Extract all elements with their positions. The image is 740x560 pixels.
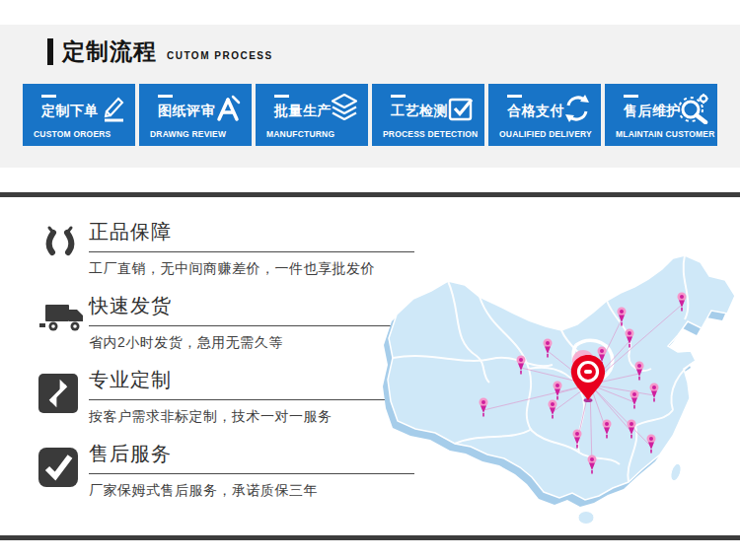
checkbox-check-icon bbox=[445, 93, 477, 124]
china-distribution-map bbox=[383, 252, 740, 535]
dash-decoration bbox=[41, 95, 56, 98]
guarantee-title: 售后服务 bbox=[89, 441, 414, 474]
dash-decoration bbox=[624, 95, 638, 98]
layers-icon bbox=[329, 93, 360, 124]
guarantee-title: 正品保障 bbox=[89, 219, 414, 252]
step-label-cn: 工艺检测 bbox=[391, 103, 448, 120]
guarantee-desc: 厂家保姆式售后服务，承诺质保三年 bbox=[89, 482, 432, 500]
gear-wrench-icon bbox=[678, 93, 709, 124]
process-step-drawing-review: 图纸评审 DRAWNG REVIEW bbox=[139, 84, 252, 146]
process-step-custom-orders: 定制下单 CUSTOM OROERS bbox=[23, 84, 135, 146]
resize-arrow-icon bbox=[37, 367, 89, 441]
dash-decoration bbox=[507, 95, 522, 98]
dash-decoration bbox=[158, 95, 173, 98]
guarantee-desc: 工厂直销，无中间商赚差价，一件也享批发价 bbox=[89, 260, 432, 278]
drafting-tools-icon bbox=[212, 93, 244, 124]
dash-decoration bbox=[274, 95, 289, 98]
guarantee-text: 售后服务 厂家保姆式售后服务，承诺质保三年 bbox=[89, 441, 432, 515]
process-step-qualified-delivery: 合格支付 OUALIFIED DELIVERY bbox=[488, 84, 601, 146]
process-steps: 定制下单 CUSTOM OROERS 图纸评审 bbox=[23, 84, 717, 146]
step-label-en: MLAINTAIN CUSTOMER bbox=[616, 129, 715, 139]
step-label-en: MANUFCTURNG bbox=[266, 129, 334, 139]
guarantee-text: 正品保障 工厂直销，无中间商赚差价，一件也享批发价 bbox=[89, 219, 432, 293]
section-divider-top bbox=[0, 192, 740, 197]
step-label-en: PROCESS DETECTION bbox=[383, 129, 478, 139]
step-label-en: CUSTOM OROERS bbox=[34, 129, 111, 139]
guarantee-after-sales: 售后服务 厂家保姆式售后服务，承诺质保三年 bbox=[37, 441, 432, 515]
guarantee-fast-shipping: 快速发货 省内2小时发货，急用无需久等 bbox=[37, 293, 432, 367]
pencil-icon bbox=[96, 93, 127, 124]
section-title-en: CUTOM PROCESS bbox=[167, 50, 273, 61]
step-label-en: DRAWNG REVIEW bbox=[150, 129, 226, 139]
step-label-cn: 图纸评审 bbox=[158, 103, 215, 120]
guarantee-text: 专业定制 按客户需求非标定制，技术一对一服务 bbox=[89, 367, 432, 441]
step-label-cn: 定制下单 bbox=[41, 103, 99, 120]
guarantee-custom: 专业定制 按客户需求非标定制，技术一对一服务 bbox=[37, 367, 432, 441]
step-label-cn: 售后维护 bbox=[624, 103, 681, 120]
section-header: 定制流程 CUTOM PROCESS bbox=[47, 38, 273, 65]
custom-process-page: 定制流程 CUTOM PROCESS 定制下单 CUSTOM OROERS 图 bbox=[0, 0, 740, 560]
step-label-cn: 批量生产 bbox=[274, 103, 332, 120]
hands-icon bbox=[37, 219, 89, 293]
process-step-manufacturing: 批量生产 MANUFCTURNG bbox=[256, 84, 368, 146]
title-accent-bar bbox=[47, 38, 53, 65]
map-taiwan bbox=[669, 462, 683, 482]
china-map-svg bbox=[383, 252, 740, 535]
dash-decoration bbox=[391, 95, 406, 98]
guarantee-text: 快速发货 省内2小时发货，急用无需久等 bbox=[89, 293, 432, 367]
section-divider-bottom bbox=[0, 535, 740, 540]
section-title-cn: 定制流程 bbox=[62, 38, 157, 65]
process-section: 定制流程 CUTOM PROCESS 定制下单 CUSTOM OROERS 图 bbox=[0, 25, 740, 168]
guarantee-title: 快速发货 bbox=[89, 293, 414, 326]
guarantee-desc: 按客户需求非标定制，技术一对一服务 bbox=[89, 408, 432, 426]
process-step-process-detection: 工艺检测 PROCESS DETECTION bbox=[372, 84, 484, 146]
step-label-en: OUALIFIED DELIVERY bbox=[499, 129, 592, 139]
guarantee-genuine: 正品保障 工厂直销，无中间商赚差价，一件也享批发价 bbox=[37, 219, 432, 293]
map-hainan bbox=[578, 512, 594, 525]
refresh-arrows-icon bbox=[561, 93, 593, 124]
guarantee-title: 专业定制 bbox=[89, 367, 414, 400]
process-step-maintain-customer: 售后维护 MLAINTAIN CUSTOMER bbox=[605, 84, 717, 146]
guarantee-desc: 省内2小时发货，急用无需久等 bbox=[89, 334, 432, 352]
step-label-cn: 合格支付 bbox=[507, 103, 564, 120]
truck-icon bbox=[37, 293, 89, 367]
guarantee-list: 正品保障 工厂直销，无中间商赚差价，一件也享批发价 bbox=[37, 219, 432, 515]
check-icon bbox=[37, 441, 89, 515]
